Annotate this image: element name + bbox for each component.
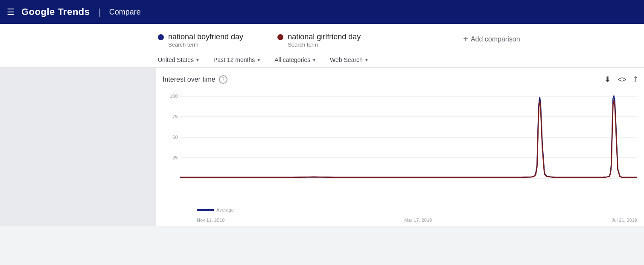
search-terms-bar: national boyfriend day Search term natio… [0,24,644,68]
add-comparison-plus-icon: + [463,34,468,44]
help-icon[interactable]: ? [219,75,227,84]
term1-text: national boyfriend day Search term [168,32,243,48]
main-content: Interest over time ? ⬇ <> ⤴ 100 75 5 [0,68,644,226]
term2-type: Search term [288,41,361,48]
svg-text:75: 75 [172,114,178,119]
search-type-filter[interactable]: Web Search ▼ [330,56,369,63]
region-filter-arrow: ▼ [195,58,200,62]
time-filter[interactable]: Past 12 months ▼ [213,56,261,63]
chart-svg-area: 100 75 50 25 [163,88,637,207]
header: ☰ Google Trends | Compare [0,0,644,24]
search-term-item-1[interactable]: national boyfriend day Search term [158,32,243,48]
download-icon[interactable]: ⬇ [604,75,611,84]
average-label-area: Average [180,207,637,216]
x-label-2: Mar 17, 2019 [404,218,432,223]
search-term-item-2[interactable]: national girlfriend day Search term [277,32,361,48]
average-text: Average [216,207,234,212]
add-comparison-label: Add comparison [471,35,520,43]
chart-container: Interest over time ? ⬇ <> ⤴ 100 75 5 [156,68,644,226]
chart-x-labels: Nov 11, 2018 Mar 17, 2019 Jul 21, 2019 [180,216,637,226]
chart-title-row: Interest over time ? [163,75,227,84]
chart-header: Interest over time ? ⬇ <> ⤴ [163,75,637,84]
svg-text:25: 25 [172,155,178,160]
region-filter[interactable]: United States ▼ [158,56,200,63]
svg-text:50: 50 [172,135,178,140]
x-label-3: Jul 21, 2019 [612,218,637,223]
category-filter[interactable]: All categories ▼ [274,56,316,63]
category-filter-arrow: ▼ [312,58,316,62]
search-type-filter-label: Web Search [330,56,363,63]
chart-bottom-section: Average Nov 11, 2018 Mar 17, 2019 Jul 21… [163,207,637,226]
share-icon[interactable]: ⤴ [633,75,637,84]
time-filter-label: Past 12 months [213,56,255,63]
category-filter-label: All categories [274,56,310,63]
header-divider: | [99,7,101,17]
term2-name: national girlfriend day [288,32,361,41]
compare-label: Compare [109,8,141,17]
app-logo: Google Trends [21,6,90,18]
average-line-sample [197,209,214,211]
time-filter-arrow: ▼ [256,58,261,62]
chart-title: Interest over time [163,76,216,83]
term1-name: national boyfriend day [168,32,243,41]
add-comparison-button[interactable]: + Add comparison [463,34,520,44]
filter-bar: United States ▼ Past 12 months ▼ All cat… [0,53,644,68]
x-label-1: Nov 11, 2018 [197,218,224,223]
term2-dot [277,34,283,40]
menu-icon[interactable]: ☰ [7,7,15,17]
term1-type: Search term [168,41,243,48]
region-filter-label: United States [158,56,194,63]
embed-icon[interactable]: <> [618,75,627,84]
chart-actions: ⬇ <> ⤴ [604,75,637,84]
term1-dot [158,34,164,40]
chart-svg: 100 75 50 25 [163,88,637,190]
sidebar [0,68,156,226]
term2-text: national girlfriend day Search term [288,32,361,48]
search-type-filter-arrow: ▼ [364,58,369,62]
svg-text:100: 100 [170,94,178,99]
search-terms-row: national boyfriend day Search term natio… [0,29,644,53]
